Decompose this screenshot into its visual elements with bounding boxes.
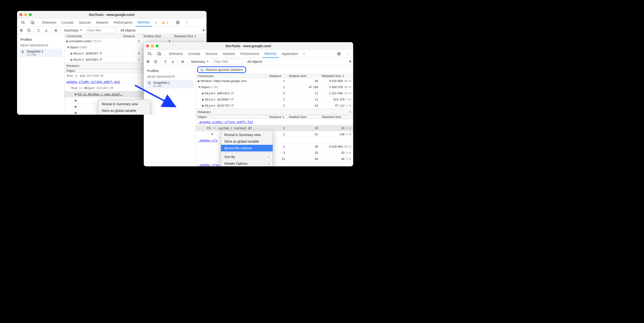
table-row[interactable]: 1348480 %	[196, 156, 353, 162]
upload-icon[interactable]	[162, 59, 168, 65]
col-distance[interactable]: Distance	[268, 74, 287, 78]
record-icon[interactable]	[18, 28, 24, 33]
snapshot-item[interactable]: 🗎 Snapshot 1 9.3 MB	[146, 80, 194, 88]
expand-icon[interactable]: ▶	[75, 105, 77, 108]
view-dropdown[interactable]: Summary▼	[190, 60, 210, 64]
col-retained[interactable]: Retained Size▼	[320, 74, 353, 78]
expand-icon[interactable]: ▶	[202, 98, 204, 101]
col-shallow[interactable]: Shallow Size	[142, 34, 172, 38]
snapshot-item[interactable]: 🗎 Snapshot 1 13.6 MB	[19, 49, 62, 57]
minimize-icon[interactable]	[151, 45, 154, 47]
expand-icon[interactable]: ▶	[75, 111, 77, 114]
expand-icon[interactable]: ▼	[70, 86, 73, 90]
record-icon[interactable]	[145, 59, 151, 65]
expand-icon[interactable]: ▶	[75, 99, 77, 102]
ctx-reveal-summary[interactable]: Reveal in Summary view	[221, 132, 272, 138]
close-icon[interactable]	[146, 45, 149, 47]
table-row[interactable]: ▼2321360 %	[196, 131, 353, 137]
col-retained[interactable]: Retained Size	[320, 115, 353, 119]
table-row[interactable]: 1368 626 66493 %	[196, 144, 353, 150]
expand-icon[interactable]: ▶	[202, 92, 204, 95]
close-icon[interactable]	[20, 13, 22, 16]
tab-console[interactable]: Console	[59, 19, 76, 27]
table-row[interactable]: 320200 %	[196, 150, 353, 156]
table-row[interactable]: ,quugke,sisDnc,utlonu,enDfl:552	[196, 119, 353, 125]
download-icon[interactable]	[43, 28, 49, 33]
tab-performance[interactable]: Performance	[238, 50, 262, 58]
expand-icon[interactable]: ▶	[70, 58, 73, 61]
caret-icon[interactable]: ▼	[202, 29, 205, 32]
clear-icon[interactable]	[26, 28, 32, 33]
expand-icon[interactable]: ▶	[202, 104, 204, 107]
col-constructor[interactable]: Constructor	[64, 34, 121, 38]
upload-icon[interactable]	[36, 28, 42, 33]
tab-memory[interactable]: Memory	[262, 50, 279, 58]
col-shallow[interactable]: Shallow Size	[287, 74, 320, 78]
restore-ignored-retainers-button[interactable]: ≡ₓ Restore ignored retainers	[197, 66, 246, 73]
inspect-icon[interactable]	[145, 50, 154, 58]
ctx-store-global[interactable]: Store as global variable	[221, 138, 272, 145]
objects-filter-dropdown[interactable]: All objects	[246, 60, 264, 64]
kebab-menu-icon[interactable]: ⋮	[344, 50, 352, 58]
col-constructor[interactable]: Constructor	[196, 74, 268, 78]
more-tabs-icon[interactable]: »	[152, 19, 159, 27]
tab-elements[interactable]: Elements	[40, 19, 58, 27]
ctx-reveal-summary[interactable]: Reveal in Summary view	[98, 101, 150, 107]
gc-icon[interactable]	[180, 59, 186, 65]
expand-icon[interactable]: ▶	[198, 79, 200, 83]
device-icon[interactable]	[28, 19, 37, 27]
tab-network[interactable]: Network	[94, 19, 110, 27]
expand-icon[interactable]: ▼	[206, 126, 209, 130]
col-distance[interactable]: Distance	[121, 34, 142, 38]
table-row[interactable]: ▼b in system / Context @?320200 %	[196, 125, 353, 131]
tab-console[interactable]: Console	[186, 50, 202, 58]
tab-sources[interactable]: Sources	[203, 50, 220, 58]
table-row[interactable]: ▶Object @4616514122 251 04824 %	[196, 90, 353, 97]
ctx-store-global[interactable]: Store as global variable	[98, 107, 150, 114]
table-row[interactable]: ▼Object ×1782247 1883 580 57639 %	[196, 84, 353, 90]
ctx-header-options[interactable]: Header Options›	[221, 160, 272, 166]
zoom-icon[interactable]	[29, 13, 32, 16]
tab-memory[interactable]: Memory	[136, 19, 152, 27]
col-retained[interactable]: Retained Size▼	[172, 34, 206, 38]
table-row[interactable]: ,qddgKe,sTs	[196, 137, 353, 144]
gc-icon[interactable]	[53, 28, 59, 33]
settings-icon[interactable]	[174, 19, 182, 27]
tab-elements[interactable]: Elements	[167, 50, 185, 58]
expand-icon[interactable]: ▶	[70, 52, 73, 55]
settings-icon[interactable]	[334, 50, 344, 58]
table-row[interactable]: ▶Object @24176321687 1121 %	[196, 103, 353, 109]
more-tabs-icon[interactable]: »	[301, 50, 307, 58]
expand-icon[interactable]: ▶	[66, 39, 69, 43]
tab-sources[interactable]: Sources	[76, 19, 93, 27]
col-distance[interactable]: Distance▲	[268, 115, 287, 119]
expand-icon[interactable]: ▼	[66, 74, 69, 78]
expand-icon[interactable]: ▼	[210, 132, 213, 136]
expand-icon[interactable]: ▶	[75, 92, 77, 96]
table-row[interactable]: ,qddgKe,sTsD…	[196, 162, 353, 166]
minimize-icon[interactable]	[24, 13, 27, 16]
col-object[interactable]: Object	[196, 115, 268, 119]
hamburger-icon[interactable]: ≡	[349, 110, 351, 114]
device-icon[interactable]	[155, 50, 164, 58]
issues-warning[interactable]: 2	[160, 19, 170, 27]
col-shallow[interactable]: Shallow Size	[287, 115, 320, 119]
table-row[interactable]: ▶Window / https://www.google.com1368 626…	[196, 78, 353, 84]
view-dropdown[interactable]: Summary▼	[63, 29, 84, 32]
inspect-icon[interactable]	[18, 19, 28, 27]
expand-icon[interactable]: ▼	[198, 85, 200, 89]
tab-network[interactable]: Network	[220, 50, 237, 58]
expand-icon[interactable]: ▼	[66, 46, 69, 49]
download-icon[interactable]	[170, 59, 176, 65]
caret-icon[interactable]: ▼	[349, 60, 352, 63]
ctx-ignore-retainer[interactable]: Ignore this retainer	[221, 145, 272, 151]
zoom-icon[interactable]	[156, 45, 158, 47]
clear-icon[interactable]	[153, 59, 158, 65]
table-row[interactable]: ▶Object @216867212622 3767 %	[196, 97, 353, 103]
tab-application[interactable]: Application	[279, 50, 300, 58]
ctx-sort-by[interactable]: Sort By›	[221, 154, 272, 160]
tab-performance[interactable]: Performance	[111, 19, 135, 27]
kebab-menu-icon[interactable]: ⋮	[183, 19, 191, 27]
class-filter-input[interactable]	[212, 59, 243, 64]
objects-filter-dropdown[interactable]: All objects	[119, 29, 137, 32]
